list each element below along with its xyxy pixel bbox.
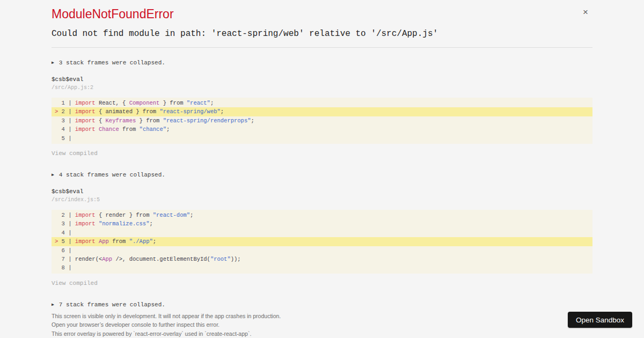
code-line: 4 | import Chance from "chance"; xyxy=(52,125,592,134)
code-token: React, { xyxy=(96,100,129,106)
stack-frame: $csb$eval/src/index.js:5 2 | import { re… xyxy=(52,188,592,287)
divider xyxy=(52,47,592,48)
code-token: "react-spring/web" xyxy=(159,108,220,115)
code-line: 5 | xyxy=(52,134,592,143)
code-token: ; xyxy=(251,117,254,124)
gutter-spacer xyxy=(55,212,62,218)
footer-line-powered: This error overlay is powered by `react-… xyxy=(52,329,592,338)
view-compiled-link[interactable]: View compiled xyxy=(52,280,98,287)
stack-sections: ▶3 stack frames were collapsed.$csb$eval… xyxy=(52,58,592,309)
code-token: import xyxy=(75,238,96,245)
frame-function-name: $csb$eval xyxy=(52,76,592,84)
code-line: 2 | import { render } from "react-dom"; xyxy=(52,211,592,219)
collapsed-frames-label: 3 stack frames were collapsed. xyxy=(59,60,165,66)
code-token: render(< xyxy=(75,256,102,262)
highlight-marker: > xyxy=(55,238,62,245)
gutter-spacer xyxy=(55,117,62,124)
code-token: App xyxy=(102,256,112,262)
view-compiled-link[interactable]: View compiled xyxy=(52,150,98,157)
collapsed-frames-toggle[interactable]: ▶4 stack frames were collapsed. xyxy=(52,171,592,179)
footer-note: This screen is visible only in developme… xyxy=(52,312,592,338)
code-token: } from xyxy=(159,100,186,106)
gutter-spacer xyxy=(55,230,62,236)
code-token: App xyxy=(99,238,109,245)
gutter-spacer xyxy=(55,221,62,227)
gutter-spacer xyxy=(55,135,62,142)
code-token: "./App" xyxy=(129,238,153,245)
line-number: 5 | xyxy=(62,135,75,142)
open-sandbox-button[interactable]: Open Sandbox xyxy=(568,312,632,328)
code-line: 7 | render(<App />, document.getElementB… xyxy=(52,255,592,263)
frame-function-name: $csb$eval xyxy=(52,188,592,196)
line-number: 4 | xyxy=(62,230,75,236)
gutter-spacer xyxy=(55,126,62,133)
code-token: import xyxy=(75,100,96,106)
collapse-arrow-icon: ▶ xyxy=(52,300,54,308)
line-number: 1 | xyxy=(62,100,75,106)
collapse-arrow-icon: ▶ xyxy=(52,171,54,179)
code-line: 3 | import "normalize.css"; xyxy=(52,219,592,228)
gutter-spacer xyxy=(55,264,62,271)
code-line: 1 | import React, { Component } from "re… xyxy=(52,99,592,107)
code-token: />, document.getElementById( xyxy=(112,256,210,262)
code-token: ; xyxy=(221,108,224,115)
code-token: Component xyxy=(129,100,160,106)
collapsed-frames-toggle[interactable]: ▶7 stack frames were collapsed. xyxy=(52,300,592,309)
code-token: import xyxy=(75,212,96,218)
collapsed-frames-label: 7 stack frames were collapsed. xyxy=(59,302,165,308)
error-title: ModuleNotFoundError xyxy=(52,7,592,21)
code-token: { animated } from xyxy=(96,108,160,115)
collapsed-frames-label: 4 stack frames were collapsed. xyxy=(59,172,165,178)
collapse-arrow-icon: ▶ xyxy=(52,58,54,67)
frame-file-location: /src/App.js:2 xyxy=(52,84,592,91)
line-number: 6 | xyxy=(62,247,75,254)
code-token: { xyxy=(96,117,106,124)
footer-line-dev: This screen is visible only in developme… xyxy=(52,312,592,321)
code-token: "chance" xyxy=(140,126,166,133)
code-token: from xyxy=(119,126,140,133)
code-line: 8 | xyxy=(52,263,592,272)
stack-frame: $csb$eval/src/App.js:2 1 | import React,… xyxy=(52,76,592,157)
code-frame: 1 | import React, { Component } from "re… xyxy=(52,98,592,144)
code-token: ; xyxy=(190,212,193,218)
gutter-spacer xyxy=(55,256,62,262)
frame-file-location: /src/index.js:5 xyxy=(52,196,592,203)
gutter-spacer xyxy=(55,247,62,254)
code-line: 4 | xyxy=(52,229,592,237)
code-line: > 5 | import App from "./App"; xyxy=(52,237,592,246)
code-token: ; xyxy=(153,238,156,245)
close-icon[interactable]: × xyxy=(583,8,588,17)
code-token: Chance xyxy=(99,126,119,133)
code-token: "react" xyxy=(187,100,210,106)
collapsed-frames-toggle[interactable]: ▶3 stack frames were collapsed. xyxy=(52,58,592,67)
line-number: 7 | xyxy=(62,256,75,262)
line-number: 8 | xyxy=(62,264,75,271)
gutter-spacer xyxy=(55,100,62,106)
highlight-marker: > xyxy=(55,108,62,115)
code-token: ; xyxy=(149,221,152,227)
code-token: "normalize.css" xyxy=(99,221,150,227)
code-token: Keyframes xyxy=(106,117,136,124)
line-number: 2 | xyxy=(62,212,75,218)
code-frame: 2 | import { render } from "react-dom"; … xyxy=(52,210,592,274)
code-token: import xyxy=(75,221,96,227)
code-token: "root" xyxy=(210,256,231,262)
code-token: "react-dom" xyxy=(153,212,190,218)
code-token: import xyxy=(75,108,96,115)
line-number: 4 | xyxy=(62,126,75,133)
line-number: 3 | xyxy=(62,117,75,124)
code-token: )); xyxy=(231,256,241,262)
code-token: ; xyxy=(210,100,214,106)
error-overlay: × ModuleNotFoundError Could not find mod… xyxy=(52,0,592,338)
footer-line-console: Open your browser’s developer console to… xyxy=(52,320,592,329)
code-token: from xyxy=(109,238,129,245)
code-line: > 2 | import { animated } from "react-sp… xyxy=(52,107,592,116)
line-number: 2 | xyxy=(62,108,75,115)
code-token: "react-spring/renderprops" xyxy=(163,117,251,124)
error-message: Could not find module in path: 'react-sp… xyxy=(52,29,592,39)
code-token: ; xyxy=(166,126,170,133)
line-number: 3 | xyxy=(62,221,75,227)
code-line: 3 | import { Keyframes } from "react-spr… xyxy=(52,116,592,125)
code-line: 6 | xyxy=(52,246,592,255)
line-number: 5 | xyxy=(62,238,75,245)
